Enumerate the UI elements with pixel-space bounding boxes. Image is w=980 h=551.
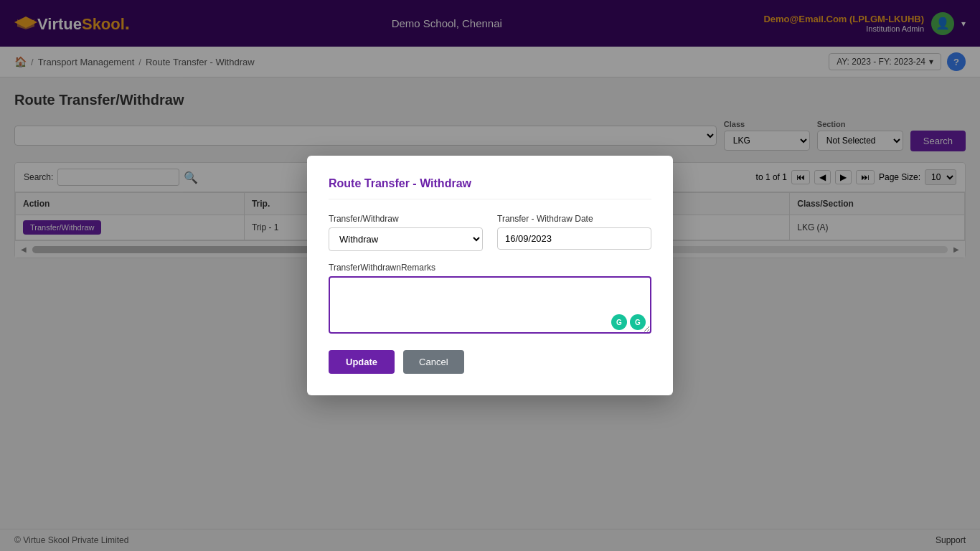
modal-title: Route Transfer - Withdraw <box>329 177 651 199</box>
transfer-withdraw-field: Transfer/Withdraw Withdraw Transfer <box>329 214 483 251</box>
remarks-textarea[interactable] <box>329 276 651 334</box>
modal-form-row-1: Transfer/Withdraw Withdraw Transfer Tran… <box>329 214 651 251</box>
transfer-withdraw-label: Transfer/Withdraw <box>329 214 483 224</box>
date-field: Transfer - Withdraw Date <box>497 214 651 251</box>
grammarly-icon-1[interactable]: G <box>611 314 627 330</box>
modal: Route Transfer - Withdraw Transfer/Withd… <box>307 156 673 395</box>
modal-overlay: Route Transfer - Withdraw Transfer/Withd… <box>0 0 980 551</box>
modal-buttons: Update Cancel <box>329 350 651 374</box>
date-label: Transfer - Withdraw Date <box>497 214 651 224</box>
cancel-button[interactable]: Cancel <box>403 350 463 374</box>
remarks-label: TransferWithdrawnRemarks <box>329 263 651 273</box>
textarea-icons: G G <box>611 314 646 330</box>
remarks-field: TransferWithdrawnRemarks G G <box>329 263 651 336</box>
date-input[interactable] <box>497 227 651 250</box>
transfer-withdraw-select[interactable]: Withdraw Transfer <box>329 227 483 251</box>
grammarly-icon-2[interactable]: G <box>630 314 646 330</box>
update-button[interactable]: Update <box>329 350 395 374</box>
